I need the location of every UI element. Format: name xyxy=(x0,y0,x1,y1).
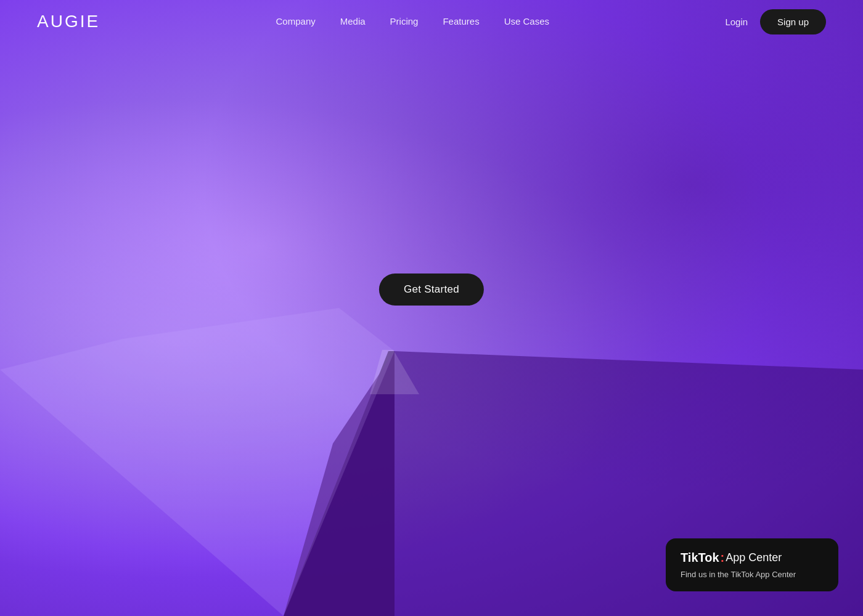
nav-link-media[interactable]: Media xyxy=(340,16,366,26)
hero-section: Get Started xyxy=(379,274,484,306)
get-started-button[interactable]: Get Started xyxy=(379,274,484,306)
navbar: AUGiE Company Media Pricing Features Use… xyxy=(0,0,863,43)
nav-link-company[interactable]: Company xyxy=(276,16,316,26)
nav-item-use-cases[interactable]: Use Cases xyxy=(504,16,549,27)
tiktok-badge-subtitle: Find us in the TikTok App Center xyxy=(681,570,824,579)
nav-links: Company Media Pricing Features Use Cases xyxy=(276,16,549,27)
login-button[interactable]: Login xyxy=(725,17,748,27)
tiktok-product: App Center xyxy=(726,551,782,564)
nav-link-pricing[interactable]: Pricing xyxy=(390,16,419,26)
tiktok-brand: TikTok xyxy=(681,551,719,565)
logo-text: AUGiE xyxy=(37,12,100,31)
tiktok-badge-title: TikTok: App Center xyxy=(681,551,824,565)
nav-link-use-cases[interactable]: Use Cases xyxy=(504,16,549,26)
nav-link-features[interactable]: Features xyxy=(443,16,479,26)
logo[interactable]: AUGiE xyxy=(37,12,100,31)
tiktok-badge[interactable]: TikTok: App Center Find us in the TikTok… xyxy=(666,538,838,591)
nav-item-media[interactable]: Media xyxy=(340,16,366,27)
nav-item-pricing[interactable]: Pricing xyxy=(390,16,419,27)
nav-actions: Login Sign up xyxy=(725,9,826,34)
background-overlay-right xyxy=(0,0,863,616)
signup-button[interactable]: Sign up xyxy=(760,9,826,34)
nav-item-company[interactable]: Company xyxy=(276,16,316,27)
nav-item-features[interactable]: Features xyxy=(443,16,479,27)
tiktok-colon: : xyxy=(721,551,725,565)
page-wrapper: AUGiE Company Media Pricing Features Use… xyxy=(0,0,863,616)
